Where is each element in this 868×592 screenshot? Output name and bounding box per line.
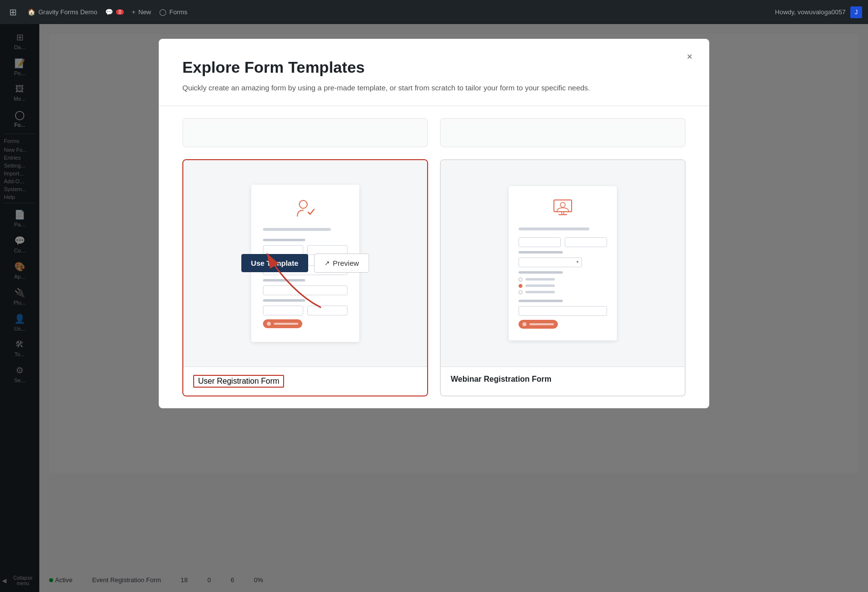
partial-card-bg-2: [441, 119, 685, 146]
template-name-user: User Registration Form: [193, 375, 284, 388]
howdy-text: Howdy, vowuvaloga0057 J: [775, 6, 862, 18]
form-mockup-webinar: ▼: [509, 186, 617, 340]
template-name-webinar: Webinar Registration Form: [451, 375, 551, 383]
template-footer-user: User Registration Form: [183, 366, 427, 395]
svg-point-4: [560, 202, 565, 207]
forms-icon: ◯: [159, 8, 167, 16]
comment-icon: 💬: [105, 8, 113, 16]
modal-close-button[interactable]: ×: [682, 49, 697, 64]
template-grid: Use Template ↗ Preview: [182, 159, 686, 396]
comments-link[interactable]: 💬 0: [105, 8, 124, 16]
template-card-user-registration[interactable]: Use Template ↗ Preview: [182, 159, 428, 396]
admin-bar: ⊞ 🏠 Gravity Forms Demo 💬 0 + New ◯ Forms…: [0, 0, 868, 24]
template-modal: Explore Form Templates Quickly create an…: [159, 39, 709, 408]
plus-icon: +: [132, 8, 136, 16]
site-name-link[interactable]: 🏠 Gravity Forms Demo: [28, 8, 97, 16]
partial-template-row: [182, 118, 686, 147]
home-icon: 🏠: [28, 8, 35, 16]
external-link-icon: ↗: [324, 259, 330, 267]
template-preview-webinar: ▼: [441, 160, 685, 366]
webinar-icon: [519, 198, 607, 222]
partial-card-2: [440, 118, 686, 147]
modal-header: Explore Form Templates Quickly create an…: [159, 39, 709, 106]
partial-card-bg-1: [183, 119, 427, 146]
user-avatar[interactable]: J: [850, 6, 862, 18]
modal-overlay: Explore Form Templates Quickly create an…: [0, 24, 868, 592]
modal-title: Explore Form Templates: [182, 58, 686, 77]
template-card-webinar[interactable]: ▼: [440, 159, 686, 396]
webinar-form-submit-preview: [519, 320, 558, 329]
forms-link[interactable]: ◯ Forms: [159, 8, 188, 16]
template-footer-webinar: Webinar Registration Form: [441, 366, 685, 392]
modal-body: Use Template ↗ Preview: [159, 106, 709, 408]
new-link[interactable]: + New: [132, 8, 151, 16]
preview-button[interactable]: ↗ Preview: [314, 254, 369, 273]
modal-subtitle: Quickly create an amazing form by using …: [182, 83, 625, 94]
partial-card-1: [182, 118, 428, 147]
webinar-name-row: [519, 237, 607, 247]
svg-rect-3: [554, 200, 572, 212]
wp-logo-icon[interactable]: ⊞: [6, 5, 20, 19]
template-action-overlay: Use Template ↗ Preview: [183, 160, 427, 366]
use-template-button[interactable]: Use Template: [241, 254, 308, 272]
template-preview-user: Use Template ↗ Preview: [183, 160, 427, 366]
